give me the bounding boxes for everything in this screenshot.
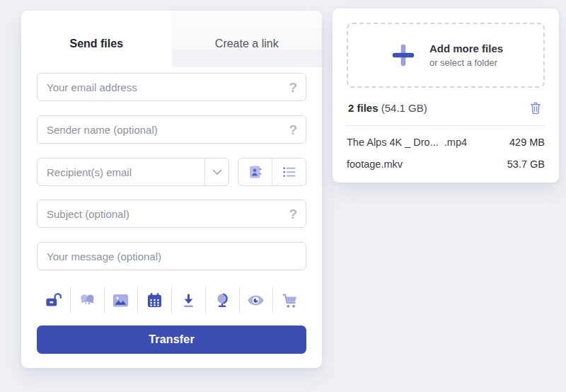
file-row: footage.mkv 53.7 GB: [347, 148, 545, 170]
download-icon: [179, 291, 198, 310]
email-field[interactable]: [37, 74, 289, 100]
transfer-options-row: [37, 284, 306, 316]
eye-icon: [246, 291, 265, 310]
calendar-icon: [145, 291, 164, 310]
plus-icon: [388, 40, 418, 70]
files-total-size: (54.1 GB): [381, 102, 427, 114]
email-field-wrap: ?: [37, 73, 306, 101]
file-name: footage.mkv: [347, 158, 403, 170]
tab-create-link[interactable]: Create a link: [172, 11, 323, 67]
delete-all-button[interactable]: [528, 100, 543, 116]
subject-field-wrap: ?: [37, 200, 306, 228]
sender-name-field[interactable]: [37, 116, 289, 143]
image-icon: [111, 291, 130, 310]
gallery-option-button[interactable]: [105, 287, 139, 313]
add-more-files-label: Add more files: [429, 42, 503, 54]
recipient-field[interactable]: [37, 158, 204, 185]
trash-icon: [528, 100, 543, 116]
tab-send-files[interactable]: Send files: [21, 11, 172, 67]
files-summary: 2 files (54.1 GB): [348, 102, 427, 114]
recipient-list-button[interactable]: [272, 158, 306, 185]
recipient-row: [37, 158, 306, 186]
download-limit-option-button[interactable]: [172, 287, 206, 313]
files-card: Add more files or select a folder 2 file…: [333, 8, 559, 183]
cart-icon: [280, 291, 299, 310]
bells-icon: [78, 291, 97, 310]
store-option-button[interactable]: [273, 287, 306, 313]
help-icon[interactable]: ?: [289, 81, 306, 94]
tab-bar: Send files Create a link: [21, 11, 322, 67]
preview-option-button[interactable]: [240, 287, 274, 313]
address-book-button[interactable]: [238, 158, 272, 185]
list-icon: [281, 163, 298, 180]
files-summary-row: 2 files (54.1 GB): [347, 100, 545, 116]
add-more-files-button[interactable]: Add more files or select a folder: [347, 23, 545, 88]
expiration-option-button[interactable]: [138, 287, 172, 313]
message-field-wrap: [37, 242, 306, 270]
password-option-button[interactable]: [37, 287, 71, 313]
add-box-text: Add more files or select a folder: [429, 42, 503, 68]
globe-icon: [213, 291, 232, 310]
message-field[interactable]: [37, 243, 306, 270]
recipient-field-wrap: [37, 158, 229, 186]
file-name: The Alps 4K _ Dro... .mp4: [347, 137, 467, 148]
subject-field[interactable]: [37, 200, 289, 227]
select-folder-label: or select a folder: [429, 57, 503, 68]
sender-name-field-wrap: ?: [37, 115, 306, 144]
file-row: The Alps 4K _ Dro... .mp4 429 MB: [347, 126, 545, 148]
transfer-button[interactable]: Transfer: [37, 325, 306, 354]
notifications-option-button[interactable]: [71, 287, 105, 313]
address-book-icon: [247, 163, 264, 180]
help-icon[interactable]: ?: [289, 207, 306, 221]
unlock-icon: [44, 291, 63, 310]
send-form: ? ?: [21, 67, 322, 354]
files-count: 2 files: [348, 102, 379, 114]
file-size: 53.7 GB: [507, 158, 545, 170]
file-size: 429 MB: [509, 137, 545, 148]
recipient-tools: [238, 158, 306, 186]
help-icon[interactable]: ?: [289, 123, 306, 137]
chevron-down-icon: [212, 169, 222, 175]
language-option-button[interactable]: [206, 287, 240, 313]
recipient-dropdown-toggle[interactable]: [204, 158, 229, 185]
send-files-card: Send files Create a link ? ?: [21, 11, 322, 368]
